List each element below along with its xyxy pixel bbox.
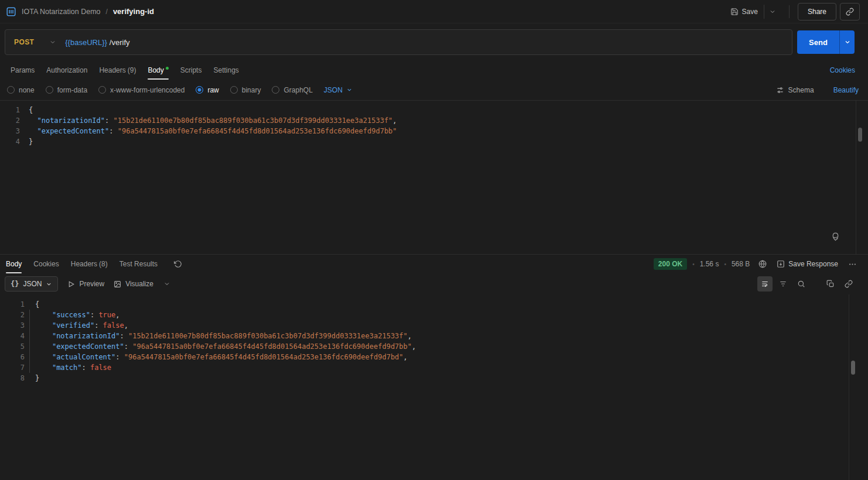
filter-icon: [779, 280, 787, 288]
breadcrumb: IOTA Notarization Demo / verifying-id: [6, 6, 154, 17]
line-number: 4: [0, 136, 20, 147]
status-badge[interactable]: 200 OK: [654, 258, 687, 270]
code-text: "notarizationId": "15b21de61100e7b80df85…: [29, 115, 397, 126]
response-history-button[interactable]: [172, 258, 184, 270]
response-tab-cookies[interactable]: Cookies: [28, 255, 64, 273]
save-response-button[interactable]: Save Response: [775, 258, 839, 270]
line-number: 1: [0, 299, 25, 310]
code-line[interactable]: 1{: [0, 105, 868, 115]
tab-label: Settings: [213, 66, 238, 74]
response-tab-headers[interactable]: Headers (8): [65, 255, 114, 273]
workspace-logo-icon[interactable]: [6, 6, 16, 17]
response-toolbar: {} JSON Preview Visualize: [0, 273, 868, 294]
url-input[interactable]: {{baseURL}} /verify: [65, 38, 792, 47]
response-body-editor: 1{2 "success": true,3 "verified": false,…: [0, 294, 868, 480]
fold-gutter: [29, 299, 35, 310]
tab-authorization[interactable]: Authorization: [40, 61, 93, 80]
request-url-row: POST {{baseURL}} /verify Send: [0, 23, 868, 61]
fold-gutter: [23, 115, 29, 126]
save-options-button[interactable]: [764, 5, 781, 19]
ellipsis-icon: [848, 260, 857, 269]
tab-settings[interactable]: Settings: [207, 61, 244, 80]
postbot-button[interactable]: [827, 228, 843, 245]
save-label: Save: [742, 8, 758, 16]
network-info-button[interactable]: [755, 256, 770, 272]
language-label: JSON: [324, 86, 343, 94]
response-format-selector[interactable]: {} JSON: [5, 276, 58, 292]
response-time[interactable]: 1.56 s: [700, 260, 719, 268]
meta-separator: •: [692, 261, 695, 268]
tab-label: Body: [148, 66, 163, 74]
scrollbar-thumb[interactable]: [858, 128, 862, 142]
code-line[interactable]: 4}: [0, 136, 868, 147]
line-number: 2: [0, 115, 20, 126]
code-line: 5 "expectedContent": "96a5447815a0bf0e7e…: [0, 341, 868, 352]
cookies-link[interactable]: Cookies: [830, 66, 855, 74]
scrollbar-thumb[interactable]: [851, 361, 855, 375]
view-options-button[interactable]: [159, 276, 175, 292]
radio-icon: [230, 86, 238, 94]
visualize-button[interactable]: Visualize: [114, 280, 153, 288]
line-number: 7: [0, 362, 25, 373]
response-more-button[interactable]: [845, 256, 860, 272]
body-type-form-data[interactable]: form-data: [46, 86, 87, 94]
body-type-none[interactable]: none: [7, 86, 35, 94]
breadcrumb-separator: /: [106, 8, 108, 16]
body-type-row: none form-data x-www-form-urlencoded raw…: [0, 80, 868, 101]
link-response-button[interactable]: [841, 276, 856, 292]
preview-button[interactable]: Preview: [67, 280, 104, 288]
code-text: "success": true,: [35, 310, 120, 320]
beautify-button[interactable]: Beautify: [833, 86, 859, 94]
code-line: 4 "notarizationId": "15b21de61100e7b80df…: [0, 331, 868, 341]
tab-scripts[interactable]: Scripts: [175, 61, 208, 80]
send-options-button[interactable]: [839, 30, 855, 54]
topbar-actions: Save Share: [726, 3, 860, 20]
save-icon: [730, 8, 739, 16]
url-variable: {{baseURL}}: [65, 38, 107, 47]
body-type-urlencoded[interactable]: x-www-form-urlencoded: [98, 86, 184, 94]
language-selector[interactable]: JSON: [324, 86, 353, 94]
schema-button[interactable]: Schema: [776, 86, 814, 94]
code-text: }: [35, 373, 39, 383]
fold-gutter: [23, 105, 29, 115]
radio-icon: [272, 86, 279, 94]
code-line[interactable]: 2 "notarizationId": "15b21de61100e7b80df…: [0, 115, 868, 126]
method-selector[interactable]: POST: [5, 30, 65, 54]
copy-link-button[interactable]: [840, 3, 860, 20]
tab-body[interactable]: Body: [142, 61, 174, 80]
body-type-raw[interactable]: raw: [196, 86, 218, 94]
body-type-graphql[interactable]: GraphQL: [272, 86, 312, 94]
play-icon: [67, 280, 75, 288]
link-icon: [846, 8, 854, 16]
tab-headers[interactable]: Headers (9): [93, 61, 142, 80]
share-button[interactable]: Share: [798, 3, 836, 20]
radio-selected-icon: [196, 86, 203, 94]
wrap-text-button[interactable]: [757, 276, 773, 292]
tab-label: Body: [6, 260, 22, 268]
tab-params[interactable]: Params: [5, 61, 40, 80]
response-tab-body[interactable]: Body: [0, 255, 28, 273]
request-editor-scrollbar[interactable]: [856, 101, 863, 254]
headers-count: (8): [99, 260, 108, 268]
response-tab-test-results[interactable]: Test Results: [114, 255, 163, 273]
body-type-binary[interactable]: binary: [230, 86, 261, 94]
request-code[interactable]: 1{2 "notarizationId": "15b21de61100e7b80…: [0, 105, 868, 147]
meta-separator: •: [724, 261, 726, 268]
copy-response-button[interactable]: [823, 276, 838, 292]
top-bar: IOTA Notarization Demo / verifying-id Sa…: [0, 0, 868, 23]
response-toolbar-icons: [757, 276, 863, 292]
response-editor-scrollbar[interactable]: [849, 294, 856, 480]
tab-label: Params: [11, 66, 35, 74]
search-response-button[interactable]: [794, 276, 809, 292]
request-body-editor[interactable]: 1{2 "notarizationId": "15b21de61100e7b80…: [0, 101, 868, 254]
response-size[interactable]: 568 B: [732, 260, 750, 268]
response-pane: Body Cookies Headers (8) Test Results 20…: [0, 254, 868, 480]
code-line[interactable]: 3 "expectedContent": "96a5447815a0bf0e7e…: [0, 126, 868, 136]
send-button[interactable]: Send: [797, 30, 839, 54]
code-line: 2 "success": true,: [0, 310, 868, 320]
sliders-icon: [776, 86, 784, 94]
breadcrumb-workspace[interactable]: IOTA Notarization Demo: [22, 8, 101, 16]
response-code: 1{2 "success": true,3 "verified": false,…: [0, 299, 868, 383]
filter-button[interactable]: [775, 276, 791, 292]
save-button[interactable]: Save: [726, 4, 763, 19]
